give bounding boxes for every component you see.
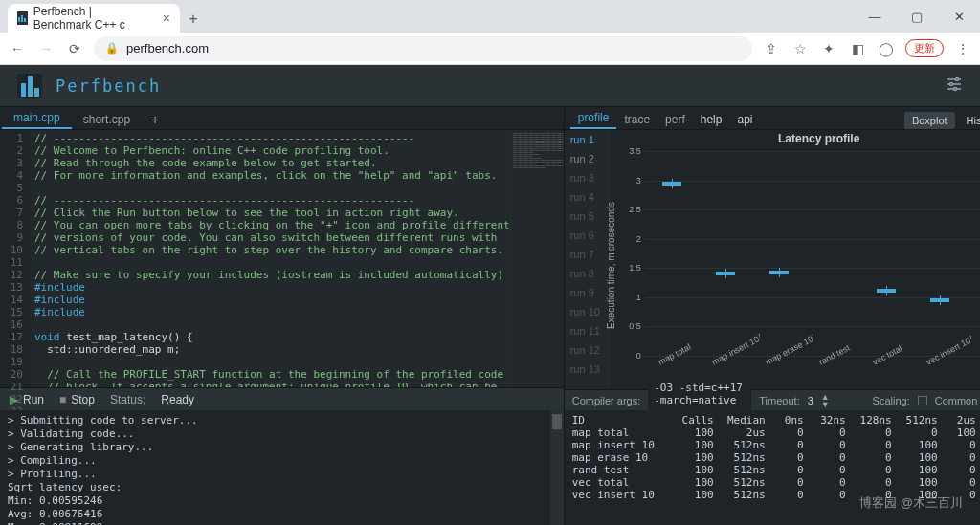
lock-icon: 🔒 xyxy=(105,42,119,55)
forward-icon[interactable]: → xyxy=(36,41,56,56)
svg-point-6 xyxy=(950,82,953,85)
svg-rect-2 xyxy=(24,18,26,22)
app-header: Perfbench xyxy=(0,65,980,107)
back-icon[interactable]: ← xyxy=(8,41,27,56)
svg-rect-1 xyxy=(21,15,23,22)
table-row[interactable]: map insert 10100512ns00010000 xyxy=(572,439,980,451)
run-item[interactable]: run 4 xyxy=(565,187,611,207)
boxplot-marker xyxy=(877,289,896,293)
table-row[interactable]: map total1002us00001000 xyxy=(572,427,980,439)
view-tabs: profiletraceperfhelpapi Boxplot Histogra… xyxy=(565,107,980,130)
console-output[interactable]: > Submitting code to server...> Validati… xyxy=(0,410,564,525)
favicon-icon xyxy=(17,11,28,25)
browser-tab-title: Perfbench | Benchmark C++ c xyxy=(33,5,151,32)
run-bar: ▶Run ■Stop Status: Ready xyxy=(0,387,564,410)
stop-icon: ■ xyxy=(59,393,66,406)
view-tab-help[interactable]: help xyxy=(693,109,730,129)
run-item[interactable]: run 12 xyxy=(565,340,611,360)
stats-table[interactable]: IDCallsMedian0ns32ns128ns512ns2us8usmap … xyxy=(565,410,980,525)
scrollbar-thumb[interactable] xyxy=(552,414,562,429)
table-header: IDCallsMedian0ns32ns128ns512ns2us8us xyxy=(572,414,980,427)
view-tab-trace[interactable]: trace xyxy=(616,109,657,129)
timeout-label: Timeout: xyxy=(759,395,799,406)
menu-icon[interactable]: ⋮ xyxy=(953,41,972,56)
boxplot-marker xyxy=(930,298,949,302)
window-minimize-icon[interactable]: — xyxy=(854,0,896,33)
update-button[interactable]: 更新 xyxy=(905,39,944,57)
run-item[interactable]: run 7 xyxy=(565,245,611,264)
timeout-value: 3 xyxy=(808,395,813,406)
browser-tab-bar: Perfbench | Benchmark C++ c × + — ▢ ✕ xyxy=(0,0,980,33)
window-maximize-icon[interactable]: ▢ xyxy=(896,0,938,33)
common-checkbox[interactable] xyxy=(918,396,927,405)
svg-point-4 xyxy=(956,77,959,80)
brand[interactable]: Perfbench xyxy=(17,74,161,98)
run-item[interactable]: run 1 xyxy=(565,130,611,149)
table-row[interactable]: vec insert 10100512ns00010000 xyxy=(572,489,980,501)
run-item[interactable]: run 5 xyxy=(565,207,611,226)
run-list: run 1run 2run 3run 4run 5run 6run 7run 8… xyxy=(565,130,611,389)
svg-rect-0 xyxy=(18,17,20,22)
plot-area: 00.511.522.533.5 xyxy=(645,151,980,357)
boxplot-button[interactable]: Boxplot xyxy=(904,112,955,129)
run-item[interactable]: run 9 xyxy=(565,283,611,302)
settings-sliders-icon[interactable] xyxy=(946,76,963,97)
share-icon[interactable]: ⇪ xyxy=(762,41,781,56)
run-item[interactable]: run 3 xyxy=(565,168,611,187)
close-tab-icon[interactable]: × xyxy=(163,11,170,26)
reload-icon[interactable]: ⟳ xyxy=(65,41,84,56)
address-bar[interactable]: 🔒 perfbench.com xyxy=(94,36,752,61)
status-label: Status: xyxy=(110,393,145,406)
run-item[interactable]: run 6 xyxy=(565,226,611,245)
brand-text: Perfbench xyxy=(56,77,161,96)
file-tab[interactable]: main.cpp xyxy=(2,107,72,129)
svg-point-8 xyxy=(954,87,957,90)
code-area[interactable]: // -------------------------------------… xyxy=(31,130,510,387)
line-gutter: 1234567891011121314151617181920212223 xyxy=(0,130,31,387)
view-tab-perf[interactable]: perf xyxy=(657,109,693,129)
profile-icon[interactable]: ◯ xyxy=(877,41,896,56)
boxplot-marker xyxy=(769,271,789,274)
minimap[interactable]: ▪▪▪▪▪▪▪▪▪▪▪▪▪▪▪▪▪▪▪▪▪▪▪▪▪▪▪▪▪▪▪▪▪▪▪▪▪▪▪▪… xyxy=(510,130,564,387)
extensions-icon[interactable]: ✦ xyxy=(819,41,838,56)
timeout-stepper-icon[interactable]: ▲▼ xyxy=(821,393,830,408)
new-tab-button[interactable]: + xyxy=(180,6,207,33)
add-file-tab[interactable]: + xyxy=(142,110,168,129)
run-item[interactable]: run 2 xyxy=(565,149,611,168)
browser-tab[interactable]: Perfbench | Benchmark C++ c × xyxy=(8,4,180,33)
boxplot-marker xyxy=(716,272,735,275)
browser-toolbar: ← → ⟳ 🔒 perfbench.com ⇪ ☆ ✦ ◧ ◯ 更新 ⋮ xyxy=(0,33,980,65)
histogram-button[interactable]: Histogram xyxy=(959,112,980,129)
sidepanel-icon[interactable]: ◧ xyxy=(848,41,867,56)
latency-chart: Latency profile Execution time, microsec… xyxy=(611,130,980,389)
scaling-label: Scaling: xyxy=(873,395,910,406)
run-item[interactable]: run 10 xyxy=(565,302,611,321)
view-tab-api[interactable]: api xyxy=(729,109,760,129)
brand-icon xyxy=(17,74,42,98)
stop-button[interactable]: ■Stop xyxy=(59,393,95,406)
file-tab[interactable]: short.cpp xyxy=(72,109,142,129)
table-row[interactable]: map erase 10100512ns00010000 xyxy=(572,451,980,464)
window-close-icon[interactable]: ✕ xyxy=(938,0,980,33)
run-item[interactable]: run 8 xyxy=(565,264,611,283)
view-tab-profile[interactable]: profile xyxy=(570,107,617,129)
scrollbar-track[interactable] xyxy=(550,410,564,525)
url-text: perfbench.com xyxy=(126,41,209,55)
run-item[interactable]: run 11 xyxy=(565,321,611,340)
common-label: Common xyxy=(935,395,978,406)
y-axis-label: Execution time, microseconds xyxy=(605,202,615,329)
run-item[interactable]: run 13 xyxy=(565,360,611,379)
code-editor[interactable]: 1234567891011121314151617181920212223 //… xyxy=(0,130,564,387)
compiler-args-bar: Compiler args: -O3 -std=c++17 -march=nat… xyxy=(565,389,980,410)
status-value: Ready xyxy=(161,393,194,406)
chart-title: Latency profile xyxy=(778,132,859,145)
file-tabs: main.cppshort.cpp+ xyxy=(0,107,564,130)
star-icon[interactable]: ☆ xyxy=(791,41,810,56)
compiler-args-label: Compiler args: xyxy=(572,395,641,406)
table-row[interactable]: rand test100512ns00010000 xyxy=(572,464,980,476)
boxplot-marker xyxy=(662,182,681,186)
x-axis-labels: map totalmap insert 10⁷map erase 10⁷rand… xyxy=(645,359,980,385)
table-row[interactable]: vec total100512ns00010000 xyxy=(572,476,980,489)
